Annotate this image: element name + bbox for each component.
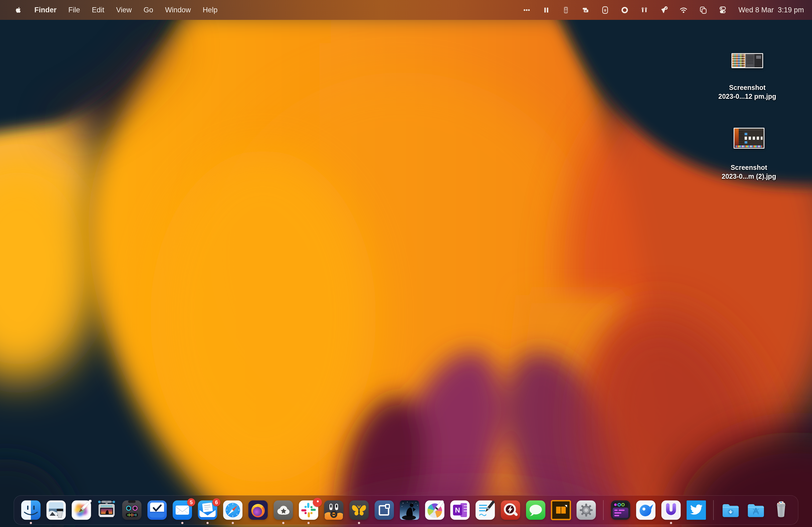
things-dock-icon[interactable] [147,500,167,520]
running-indicator-dot [670,522,672,524]
messages-dock-icon[interactable] [525,500,546,520]
system-settings-dock-icon[interactable] [576,500,596,520]
location-check-icon[interactable] [654,0,674,20]
kindle-dock-icon[interactable] [399,500,420,520]
adobe-digital-editions-dock-icon[interactable] [551,500,571,520]
desktop-file-screenshot-2[interactable]: Screenshot 2023-0...m (2).jpg [716,128,782,149]
menu-bar-left: Finder FileEditViewGoWindowHelp [0,0,223,20]
slack-dock-icon[interactable] [298,500,319,520]
display-bar-icon[interactable] [576,0,595,20]
window-frames-app-dock-icon[interactable] [374,500,394,520]
screenshot-1-label: Screenshot 2023-0...12 pm.jpg [714,83,780,101]
notification-badge-dot [313,498,322,507]
screenshot-2-label: Screenshot 2023-0...m (2).jpg [716,163,782,181]
menu-help[interactable]: Help [197,6,224,14]
wallpaper [0,0,812,527]
wifi-icon[interactable] [674,0,693,20]
ring-circle-icon[interactable] [615,0,635,20]
copy-clipboard-icon[interactable] [693,0,713,20]
pause-icon[interactable] [536,0,556,20]
menu-bar: Finder FileEditViewGoWindowHelp 8 Wed 8 … [0,0,812,20]
apple-logo-icon [14,6,22,14]
menu-file[interactable]: File [62,6,86,14]
control-center-icon[interactable] [713,0,733,20]
menu-window[interactable]: Window [159,6,197,14]
menu-bar-clock[interactable]: Wed 8 Mar 3:19 pm [733,6,805,14]
pixelmator-dock-icon[interactable] [71,500,91,520]
running-indicator-dot [282,522,284,524]
firefox-dock-icon[interactable] [248,500,268,520]
status-icons: 8 [517,0,733,20]
menu-view[interactable]: View [110,6,138,14]
cleanshot-x-dock-icon[interactable] [323,500,344,520]
mail-dock-icon[interactable]: 5 [172,500,192,520]
speaker-device-dimmed-icon[interactable] [556,0,576,20]
counter-8-icon[interactable]: 8 [595,0,615,20]
spark-mail-dock-icon[interactable]: 6 [197,500,218,520]
cloud-star-app-dock-icon[interactable] [273,500,293,520]
screenshot-2-thumbnail [734,128,765,149]
desktop-screen: Finder FileEditViewGoWindowHelp 8 Wed 8 … [0,0,812,527]
purple-panel-app-dock-icon[interactable] [610,500,631,520]
apple-menu[interactable] [8,0,28,20]
blue-bird-app-dock-icon[interactable] [636,500,656,520]
svg-text:N: N [455,506,460,514]
dock-divider [603,500,604,520]
notification-badge: 6 [213,498,220,506]
u-letter-app-dock-icon[interactable] [661,500,681,520]
menu-edit[interactable]: Edit [86,6,110,14]
svg-text:8: 8 [604,8,606,12]
running-indicator-dot [307,522,309,524]
photo-ink-app-dock-icon[interactable] [46,500,66,520]
ulysses-dock-icon[interactable] [349,500,369,520]
safari-dock-icon[interactable] [222,500,243,520]
active-app-name[interactable]: Finder [28,6,62,14]
twitter-dock-icon[interactable] [686,500,707,520]
quicksilver-dock-icon[interactable] [500,500,521,520]
photo-scanner-app-dock-icon[interactable] [97,500,117,520]
menu-bar-right: 8 Wed 8 Mar 3:19 pm [517,0,812,20]
running-indicator-dot [232,522,234,524]
running-indicator-dot [30,522,32,524]
goodnotes-dock-icon[interactable] [475,500,495,520]
downloads-folder-dock-icon[interactable] [721,500,741,520]
dock-divider [713,500,714,520]
menu-items: FileEditViewGoWindowHelp [62,0,224,20]
trash-full-dock-icon[interactable] [771,500,791,520]
notification-badge: 5 [187,498,195,506]
screenshot-1-thumbnail [731,53,763,68]
menu-go[interactable]: Go [138,6,159,14]
applications-folder-dock-icon[interactable] [746,500,766,520]
running-indicator-dot [181,522,184,524]
running-indicator-dot [358,522,360,524]
running-indicator-dot [206,522,209,524]
airpods-icon[interactable] [635,0,654,20]
dock: 56N [14,495,798,525]
finder-dock-icon[interactable] [21,500,41,520]
highlighter-app-dock-icon[interactable] [424,500,445,520]
desktop-file-screenshot-1[interactable]: Screenshot 2023-0...12 pm.jpg [714,53,780,68]
audio-hijack-dock-icon[interactable] [122,500,142,520]
onenote-dock-icon[interactable]: N [450,500,470,520]
ellipsis-more-icon[interactable] [517,0,536,20]
